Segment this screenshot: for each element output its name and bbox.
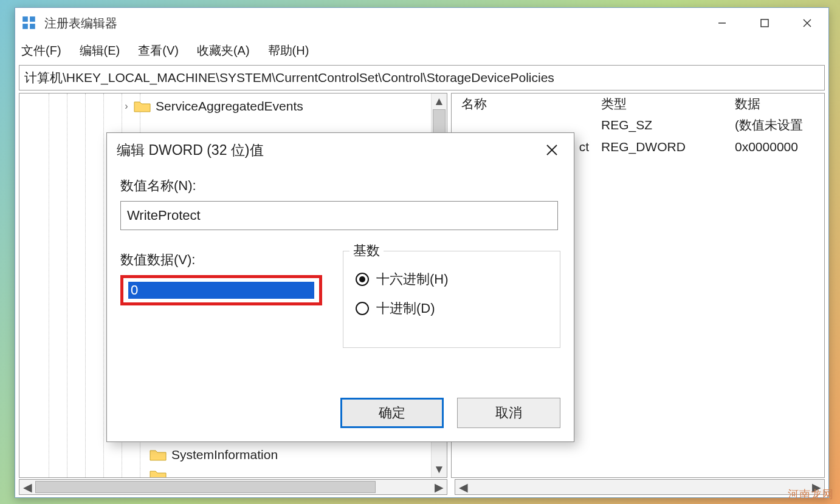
app-title: 注册表编辑器 xyxy=(44,15,117,32)
value-data-highlight xyxy=(120,275,322,305)
svg-rect-0 xyxy=(22,16,28,22)
scroll-left-icon[interactable]: ◀ xyxy=(19,480,35,494)
hscroll-row: ◀ ▶ ◀ ▶ xyxy=(15,478,828,497)
value-name-input[interactable]: WriteProtect xyxy=(120,201,558,230)
watermark: 河南龙网 xyxy=(788,487,834,502)
dialog-close-button[interactable] xyxy=(540,138,564,162)
scroll-thumb[interactable] xyxy=(35,481,376,493)
menu-view[interactable]: 查看(V) xyxy=(138,43,179,59)
titlebar: 注册表编辑器 xyxy=(15,8,828,38)
ok-button[interactable]: 确定 xyxy=(340,398,444,428)
tree-item-label: SystemInformation xyxy=(171,448,278,462)
folder-icon xyxy=(150,469,167,477)
app-icon xyxy=(21,15,37,31)
tree-horizontal-scrollbar[interactable]: ◀ ▶ xyxy=(19,479,447,495)
radio-hex-label: 十六进制(H) xyxy=(376,270,449,288)
svg-rect-5 xyxy=(761,19,768,27)
list-header: 名称 类型 数据 xyxy=(452,94,824,114)
close-icon xyxy=(545,143,559,157)
dialog-body: 数值名称(N): WriteProtect 数值数据(V): 基数 xyxy=(107,167,574,398)
cell-type: REG_SZ xyxy=(591,118,725,132)
col-header-data[interactable]: 数据 xyxy=(725,95,824,112)
edit-dword-dialog: 编辑 DWORD (32 位)值 数值名称(N): WriteProtect 数… xyxy=(106,132,574,442)
menubar: 文件(F) 编辑(E) 查看(V) 收藏夹(A) 帮助(H) xyxy=(15,38,828,63)
address-bar[interactable]: 计算机\HKEY_LOCAL_MACHINE\SYSTEM\CurrentCon… xyxy=(19,65,825,90)
scroll-down-icon[interactable]: ▼ xyxy=(432,461,447,477)
cancel-label: 取消 xyxy=(495,404,522,422)
menu-help[interactable]: 帮助(H) xyxy=(268,43,309,59)
svg-rect-1 xyxy=(30,16,35,22)
radio-icon xyxy=(356,273,369,286)
cell-data: (数值未设置 xyxy=(725,117,824,134)
menu-file[interactable]: 文件(F) xyxy=(21,43,61,59)
col-header-name[interactable]: 名称 xyxy=(452,95,591,112)
scroll-right-icon[interactable]: ▶ xyxy=(431,480,447,494)
svg-rect-2 xyxy=(22,24,28,29)
address-text: 计算机\HKEY_LOCAL_MACHINE\SYSTEM\CurrentCon… xyxy=(24,69,554,86)
values-horizontal-scrollbar[interactable]: ◀ ▶ xyxy=(455,479,825,495)
cell-type: REG_DWORD xyxy=(591,140,725,154)
minimize-button[interactable] xyxy=(701,8,743,38)
tree-item-label: ServiceAggregatedEvents xyxy=(156,99,303,114)
dialog-titlebar: 编辑 DWORD (32 位)值 xyxy=(107,133,574,167)
base-legend: 基数 xyxy=(349,242,384,260)
cell-data: 0x0000000 xyxy=(725,140,824,154)
menu-edit[interactable]: 编辑(E) xyxy=(80,43,120,59)
scroll-left-icon[interactable]: ◀ xyxy=(455,480,471,494)
menu-favorites[interactable]: 收藏夹(A) xyxy=(197,43,250,59)
value-data-label: 数值数据(V): xyxy=(120,251,327,269)
regedit-window: 注册表编辑器 文件(F) 编辑(E) 查看(V) 收藏夹(A) 帮助(H) 计算… xyxy=(15,7,829,498)
radio-dec[interactable]: 十进制(D) xyxy=(356,294,548,323)
value-name-text: WriteProtect xyxy=(127,208,201,223)
tree-item[interactable]: SystemInformation xyxy=(19,444,447,465)
radio-hex[interactable]: 十六进制(H) xyxy=(356,265,548,294)
svg-rect-3 xyxy=(30,24,35,29)
base-groupbox: 基数 十六进制(H) 十进制(D) xyxy=(343,251,560,348)
radio-icon xyxy=(356,302,369,315)
dialog-title: 编辑 DWORD (32 位)值 xyxy=(117,141,264,160)
value-data-input[interactable] xyxy=(128,282,314,299)
folder-icon xyxy=(150,448,167,461)
value-name-label: 数值名称(N): xyxy=(120,177,560,195)
close-button[interactable] xyxy=(786,8,828,38)
ok-label: 确定 xyxy=(379,404,405,422)
dialog-buttons: 确定 取消 xyxy=(107,398,574,441)
maximize-button[interactable] xyxy=(743,8,786,38)
tree-item[interactable] xyxy=(19,465,447,477)
chevron-right-icon[interactable]: › xyxy=(119,101,134,112)
radio-dec-label: 十进制(D) xyxy=(376,299,435,318)
scroll-up-icon[interactable]: ▲ xyxy=(432,94,447,109)
col-header-type[interactable]: 类型 xyxy=(591,95,725,112)
cancel-button[interactable]: 取消 xyxy=(457,398,560,428)
folder-icon xyxy=(134,100,151,113)
window-buttons xyxy=(701,8,828,38)
tree-item[interactable]: › ServiceAggregatedEvents xyxy=(19,96,447,117)
